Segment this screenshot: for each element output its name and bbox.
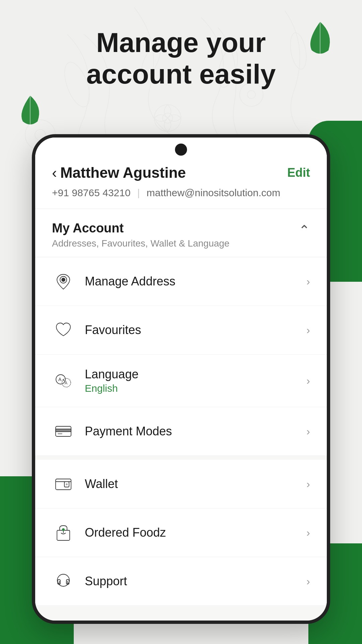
svg-point-24 bbox=[62, 528, 65, 531]
chevron-right-icon-4: › bbox=[306, 425, 310, 438]
svg-point-11 bbox=[62, 278, 65, 281]
headline: Manage your account easily bbox=[0, 27, 362, 90]
language-label: Language bbox=[85, 367, 306, 381]
chevron-right-icon-2: › bbox=[306, 324, 310, 336]
phone-mockup: ‹ Matthew Agustine Edit +91 98765 43210 … bbox=[32, 134, 330, 624]
menu-text-wallet: Wallet bbox=[85, 477, 306, 491]
menu-item-ordered-foodz[interactable]: Ordered Foodz › bbox=[35, 508, 327, 557]
menu-text-payment: Payment Modes bbox=[85, 424, 306, 438]
menu-item-payment-modes[interactable]: Payment Modes › bbox=[35, 407, 327, 456]
menu-item-manage-address[interactable]: Manage Address › bbox=[35, 257, 327, 306]
menu-item-support[interactable]: Support › bbox=[35, 557, 327, 606]
section-subtitle: Addresses, Favourites, Wallet & Language bbox=[52, 238, 230, 249]
chevron-right-icon-7: › bbox=[306, 575, 310, 588]
ordered-foodz-icon bbox=[52, 521, 75, 544]
back-button[interactable]: ‹ Matthew Agustine bbox=[52, 164, 186, 181]
email-address: matthew@ninositsolution.com bbox=[146, 187, 280, 199]
chevron-right-icon: › bbox=[306, 275, 310, 288]
heart-icon bbox=[52, 319, 75, 341]
chevron-right-icon-3: › bbox=[306, 375, 310, 387]
headline-line2: account easily bbox=[86, 59, 276, 89]
contact-separator: | bbox=[137, 187, 140, 199]
section-expand-icon[interactable]: ⌃ bbox=[299, 222, 310, 238]
svg-point-22 bbox=[66, 483, 68, 485]
payment-icon bbox=[52, 420, 75, 443]
svg-point-4 bbox=[154, 105, 181, 131]
svg-text:A: A bbox=[65, 381, 67, 385]
language-sublabel: English bbox=[85, 383, 306, 394]
svg-text:A: A bbox=[58, 377, 62, 382]
account-menu-list: Manage Address › Favourites › bbox=[35, 257, 327, 456]
menu-item-favourites[interactable]: Favourites › bbox=[35, 306, 327, 355]
camera-notch bbox=[175, 144, 187, 156]
svg-line-16 bbox=[63, 379, 64, 381]
menu-item-wallet[interactable]: Wallet › bbox=[35, 460, 327, 508]
chevron-right-icon-6: › bbox=[306, 527, 310, 539]
support-label: Support bbox=[85, 574, 306, 588]
my-account-section-header[interactable]: My Account Addresses, Favourites, Wallet… bbox=[35, 209, 327, 257]
menu-text-favourites: Favourites bbox=[85, 323, 306, 337]
manage-address-label: Manage Address bbox=[85, 274, 306, 288]
support-icon bbox=[52, 570, 75, 593]
section-title: My Account bbox=[52, 221, 230, 235]
phone-number: +91 98765 43210 bbox=[52, 187, 130, 199]
favourites-label: Favourites bbox=[85, 323, 306, 337]
wallet-icon bbox=[52, 473, 75, 495]
secondary-menu-list: Wallet › Ordered Foodz bbox=[35, 460, 327, 606]
contact-info: +91 98765 43210 | matthew@ninositsolutio… bbox=[52, 187, 310, 199]
menu-text-ordered-foodz: Ordered Foodz bbox=[85, 526, 306, 540]
screen: ‹ Matthew Agustine Edit +91 98765 43210 … bbox=[35, 138, 327, 621]
menu-text-manage-address: Manage Address bbox=[85, 274, 306, 288]
wallet-label: Wallet bbox=[85, 477, 306, 491]
location-pin-icon bbox=[52, 270, 75, 293]
svg-rect-19 bbox=[58, 433, 62, 434]
leaf-decoration-mid-left bbox=[17, 94, 44, 129]
menu-text-support: Support bbox=[85, 574, 306, 588]
ordered-foodz-label: Ordered Foodz bbox=[85, 526, 306, 540]
chevron-right-icon-5: › bbox=[306, 478, 310, 490]
svg-rect-18 bbox=[56, 429, 71, 432]
menu-item-language[interactable]: A A Language English › bbox=[35, 355, 327, 407]
headline-line1: Manage your bbox=[96, 27, 266, 58]
payment-modes-label: Payment Modes bbox=[85, 424, 306, 438]
back-arrow-icon: ‹ bbox=[52, 164, 57, 181]
menu-text-language: Language English bbox=[85, 367, 306, 394]
user-name: Matthew Agustine bbox=[60, 164, 186, 181]
edit-button[interactable]: Edit bbox=[287, 166, 310, 180]
language-icon: A A bbox=[52, 369, 75, 392]
svg-point-5 bbox=[163, 113, 173, 123]
svg-point-7 bbox=[247, 91, 255, 99]
